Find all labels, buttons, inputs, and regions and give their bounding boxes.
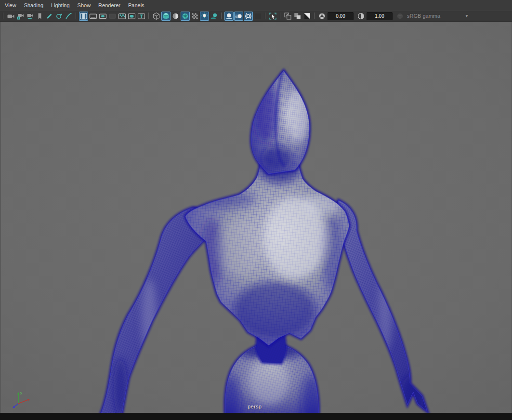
toolbar-divider [221, 13, 222, 19]
view-axis-gizmo: y [8, 388, 36, 412]
menu-panels[interactable]: Panels [128, 0, 144, 11]
toolbar-divider [76, 13, 76, 19]
gamma-field[interactable] [367, 12, 393, 20]
chevron-down-icon: ▼ [465, 14, 469, 18]
toolbar-divider [3, 13, 3, 19]
camera-aim-icon[interactable] [26, 12, 35, 21]
grid-icon[interactable] [79, 12, 88, 21]
safe-action-icon[interactable] [127, 12, 136, 21]
toolbar-divider [148, 13, 149, 19]
xray-active-icon[interactable] [293, 12, 302, 21]
gate-mask-icon[interactable] [108, 12, 117, 21]
view-transform-dropdown[interactable]: sRGB gamma ▼ [407, 13, 469, 19]
menu-view[interactable]: View [5, 0, 16, 11]
depth-of-field-icon[interactable] [253, 12, 263, 21]
default-material-icon[interactable] [171, 12, 180, 21]
menu-shading[interactable]: Shading [24, 0, 43, 11]
model-head [251, 71, 309, 174]
perspective-viewport[interactable]: y persp [0, 21, 512, 413]
view-transform-value: sRGB gamma [407, 13, 465, 19]
color-management-icon[interactable] [395, 12, 405, 21]
y-axis-label: y [20, 391, 22, 395]
use-all-lights-icon[interactable] [190, 12, 199, 21]
film-gate-icon[interactable] [89, 12, 98, 21]
toolbar-divider [280, 13, 280, 19]
wireframe-icon[interactable] [152, 12, 161, 21]
smooth-shade-icon[interactable] [161, 12, 171, 21]
pen-tool-icon[interactable] [64, 12, 73, 21]
toolbar-divider [314, 13, 315, 19]
resolution-gate-icon[interactable] [98, 12, 107, 21]
isolate-select-icon[interactable] [268, 12, 277, 21]
motion-blur-icon[interactable] [234, 12, 243, 21]
camera-lock-icon[interactable] [16, 12, 25, 21]
camera-name-label: persp [248, 404, 262, 409]
exposure-icon[interactable] [317, 12, 327, 21]
bookmark-icon[interactable] [35, 12, 44, 21]
panel-menu-bar: View Shading Lighting Show Renderer Pane… [0, 0, 512, 11]
xray-icon[interactable] [283, 12, 292, 21]
wireframe-character-model[interactable] [0, 21, 512, 413]
occlusion-icon[interactable] [210, 12, 219, 21]
grease-pencil-icon[interactable] [45, 12, 54, 21]
ssao-icon[interactable] [224, 12, 234, 21]
menu-renderer[interactable]: Renderer [98, 0, 120, 11]
anti-aliasing-icon[interactable] [244, 12, 253, 21]
panel-toolbar-icons [0, 11, 317, 21]
gamma-icon[interactable] [356, 12, 366, 21]
shadows-icon[interactable] [200, 12, 209, 21]
y-axis-arrow [17, 392, 20, 394]
menu-lighting[interactable]: Lighting [51, 0, 70, 11]
panel-toolbar: sRGB gamma ▼ [0, 11, 512, 21]
exposure-field[interactable] [328, 12, 354, 20]
rotate-view-icon[interactable] [54, 12, 64, 21]
textured-icon[interactable] [181, 12, 190, 21]
exposure-toggle-icon[interactable] [302, 12, 312, 21]
model-left-arm [101, 208, 205, 413]
window-bottom-edge [0, 413, 512, 420]
camera-icon[interactable] [6, 12, 15, 21]
field-chart-icon[interactable] [118, 12, 127, 21]
menu-show[interactable]: Show [78, 0, 91, 11]
toolbar-divider [265, 13, 265, 19]
safe-title-icon[interactable] [137, 12, 146, 21]
